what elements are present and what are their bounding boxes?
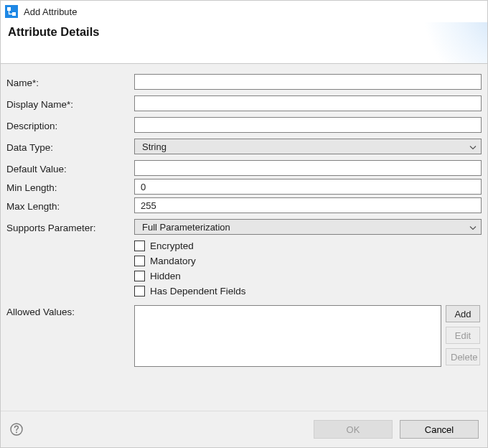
name-label: Name*: — [6, 76, 133, 88]
has-dependent-label: Has Dependent Fields — [150, 286, 246, 297]
add-button[interactable]: Add — [446, 305, 480, 322]
page-heading: Attribute Details — [8, 25, 477, 39]
app-icon — [5, 5, 18, 18]
footer: OK Cancel — [1, 411, 487, 447]
cancel-button[interactable]: Cancel — [400, 420, 479, 439]
default-value-input[interactable] — [134, 160, 482, 176]
form-area: Name*: Display Name*: Description: Data … — [1, 64, 487, 411]
allowed-values-label: Allowed Values: — [6, 305, 133, 367]
min-length-label: Min Length: — [6, 181, 133, 193]
checkbox-icon — [134, 241, 145, 251]
min-length-input[interactable] — [134, 179, 482, 195]
supports-param-select[interactable]: Full Parameterization — [134, 219, 482, 235]
mandatory-label: Mandatory — [150, 256, 196, 266]
svg-point-3 — [16, 431, 17, 433]
delete-button[interactable]: Delete — [446, 348, 480, 365]
svg-rect-0 — [7, 7, 11, 11]
checkbox-icon — [134, 256, 145, 266]
name-input[interactable] — [134, 74, 482, 90]
window-title: Add Attribute — [24, 6, 77, 17]
help-icon[interactable] — [9, 422, 24, 437]
supports-param-value: Full Parameterization — [142, 222, 230, 233]
display-name-input[interactable] — [134, 95, 482, 111]
ok-button[interactable]: OK — [314, 420, 393, 439]
checkbox-icon — [134, 271, 145, 281]
svg-rect-1 — [12, 12, 16, 16]
display-name-label: Display Name*: — [6, 98, 133, 110]
data-type-label: Data Type: — [6, 141, 133, 153]
mandatory-checkbox[interactable]: Mandatory — [134, 256, 482, 266]
encrypted-checkbox[interactable]: Encrypted — [134, 241, 482, 251]
data-type-select[interactable]: String — [134, 139, 482, 154]
max-length-input[interactable] — [134, 197, 482, 213]
data-type-value: String — [142, 141, 166, 152]
edit-button[interactable]: Edit — [446, 327, 480, 344]
allowed-values-list[interactable] — [134, 305, 441, 367]
titlebar: Add Attribute — [1, 1, 487, 22]
checkbox-icon — [134, 286, 145, 297]
encrypted-label: Encrypted — [150, 241, 194, 251]
supports-param-label: Supports Parameter: — [6, 221, 133, 233]
default-value-label: Default Value: — [6, 162, 133, 174]
hidden-checkbox[interactable]: Hidden — [134, 271, 482, 281]
description-label: Description: — [6, 119, 133, 131]
heading-band: Attribute Details — [1, 22, 487, 64]
max-length-label: Max Length: — [6, 200, 133, 212]
description-input[interactable] — [134, 117, 482, 133]
hidden-label: Hidden — [150, 271, 181, 281]
has-dependent-checkbox[interactable]: Has Dependent Fields — [134, 286, 482, 297]
